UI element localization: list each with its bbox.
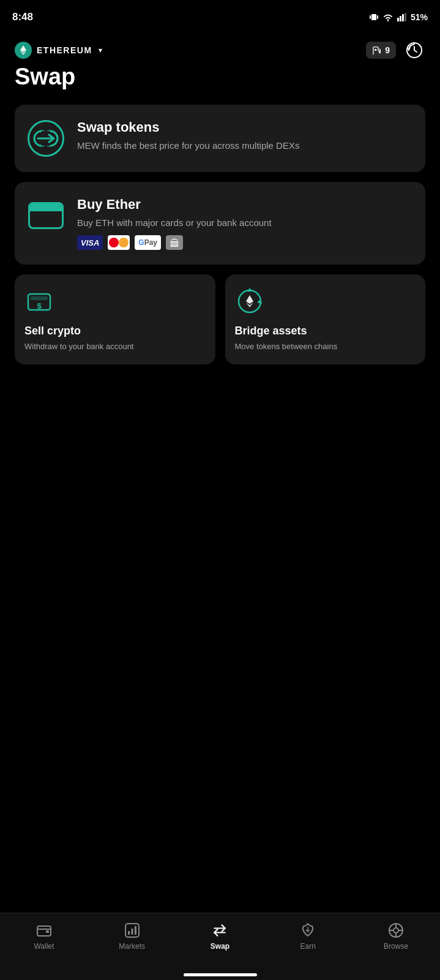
nav-swap[interactable]: Swap	[176, 919, 264, 951]
history-button[interactable]	[403, 39, 425, 61]
battery-status: 51%	[411, 12, 428, 22]
main-content: Swap tokens MEW finds the best price for…	[0, 95, 440, 374]
svg-rect-6	[405, 13, 406, 21]
half-cards-row: $ Sell crypto Withdraw to your bank acco…	[15, 274, 425, 364]
ethereum-icon	[15, 42, 32, 59]
buy-ether-desc: Buy ETH with major cards or your bank ac…	[77, 216, 413, 229]
signal-icon	[397, 13, 407, 21]
visa-icon: VISA	[77, 235, 103, 250]
gas-badge[interactable]: 9	[366, 42, 396, 59]
history-icon	[406, 42, 423, 59]
swap-nav-icon	[211, 922, 228, 939]
sell-crypto-desc: Withdraw to your bank account	[24, 341, 206, 352]
swap-tokens-icon	[28, 120, 64, 157]
status-bar: 8:48 51%	[0, 0, 440, 32]
page-title: Swap	[15, 64, 425, 90]
svg-rect-16	[46, 930, 49, 933]
svg-rect-3	[397, 18, 399, 21]
buy-ether-card[interactable]: Buy Ether Buy ETH with major cards or yo…	[15, 182, 425, 265]
home-indicator	[184, 973, 257, 976]
svg-rect-13	[31, 296, 48, 300]
bridge-assets-title: Bridge assets	[235, 325, 416, 337]
header: ETHEREUM ▾ 9 Swap	[0, 32, 440, 95]
earn-nav-icon	[299, 922, 316, 939]
svg-rect-1	[370, 15, 371, 19]
buy-ether-icon-wrap	[27, 197, 65, 235]
swap-tokens-text: Swap tokens MEW finds the best price for…	[77, 119, 413, 152]
bridge-assets-card[interactable]: Bridge assets Move tokens between chains	[225, 274, 426, 364]
buy-ether-title: Buy Ether	[77, 197, 413, 213]
svg-text:$: $	[37, 301, 42, 311]
wifi-icon	[382, 13, 393, 21]
svg-rect-5	[402, 14, 404, 21]
sell-crypto-title: Sell crypto	[24, 325, 206, 337]
payment-icons: VISA GPay	[77, 235, 413, 250]
buy-ether-text: Buy Ether Buy ETH with major cards or yo…	[77, 197, 413, 250]
nav-earn[interactable]: Earn	[264, 919, 352, 951]
markets-nav-label: Markets	[119, 942, 145, 951]
svg-rect-2	[377, 15, 378, 19]
mastercard-icon	[108, 235, 130, 250]
swap-tokens-title: Swap tokens	[77, 119, 413, 135]
svg-rect-19	[131, 929, 133, 935]
chevron-down-icon: ▾	[99, 46, 102, 55]
bridge-assets-icon	[235, 287, 264, 316]
sell-crypto-icon: $	[24, 287, 54, 316]
buy-ether-icon	[28, 202, 64, 229]
svg-rect-18	[128, 931, 130, 935]
swap-tokens-desc: MEW finds the best price for you across …	[77, 139, 413, 152]
network-name: ETHEREUM	[37, 45, 92, 55]
browse-nav-label: Browse	[384, 942, 408, 951]
swap-nav-label: Swap	[211, 942, 229, 951]
gas-icon	[372, 45, 382, 55]
status-icons: 51%	[369, 12, 428, 22]
vibrate-icon	[369, 12, 379, 22]
gas-value: 9	[385, 45, 390, 55]
svg-point-22	[393, 928, 398, 933]
bank-icon	[166, 235, 183, 250]
markets-nav-icon	[124, 922, 141, 939]
swap-tokens-card[interactable]: Swap tokens MEW finds the best price for…	[15, 105, 425, 172]
network-selector[interactable]: ETHEREUM ▾	[15, 42, 102, 59]
bridge-assets-desc: Move tokens between chains	[235, 341, 416, 352]
bottom-nav: Wallet Markets Swap	[0, 913, 440, 980]
nav-markets[interactable]: Markets	[88, 919, 176, 951]
swap-tokens-icon-wrap	[27, 119, 65, 157]
wallet-nav-icon	[35, 922, 53, 939]
svg-rect-0	[371, 14, 376, 20]
sell-crypto-card[interactable]: $ Sell crypto Withdraw to your bank acco…	[15, 274, 215, 364]
nav-wallet[interactable]: Wallet	[0, 919, 88, 951]
wallet-nav-label: Wallet	[34, 942, 54, 951]
status-time: 8:48	[12, 11, 33, 23]
svg-rect-4	[400, 16, 401, 21]
browse-nav-icon	[387, 922, 405, 939]
svg-rect-20	[135, 926, 136, 935]
nav-browse[interactable]: Browse	[352, 919, 440, 951]
svg-rect-7	[375, 49, 376, 51]
header-actions: 9	[366, 39, 425, 61]
gpay-icon: GPay	[135, 235, 161, 250]
earn-nav-label: Earn	[300, 942, 316, 951]
